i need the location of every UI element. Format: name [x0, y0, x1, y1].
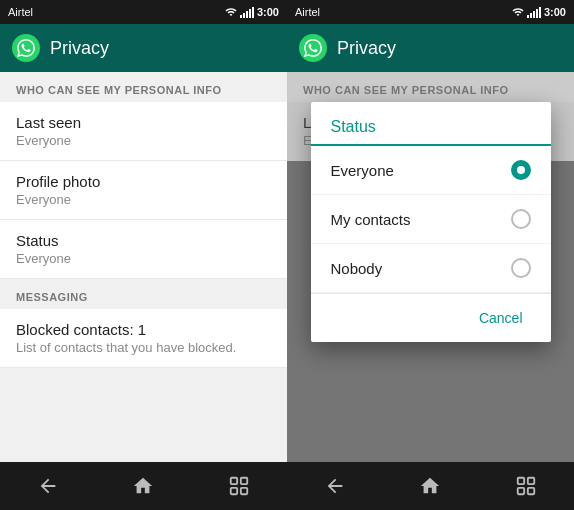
blocked-contacts-title: Blocked contacts: 1 [16, 321, 271, 338]
last-seen-item[interactable]: Last seen Everyone [0, 102, 287, 161]
right-recent-icon [515, 475, 537, 497]
right-back-icon [324, 475, 346, 497]
left-back-button[interactable] [30, 468, 66, 504]
recent-apps-icon [228, 475, 250, 497]
right-whatsapp-icon [304, 39, 322, 57]
left-content: WHO CAN SEE MY PERSONAL INFO Last seen E… [0, 72, 287, 462]
blocked-contacts-item[interactable]: Blocked contacts: 1 List of contacts tha… [0, 309, 287, 368]
option-my-contacts-label: My contacts [331, 211, 411, 228]
back-icon [37, 475, 59, 497]
left-app-bar: Privacy [0, 24, 287, 72]
dialog-title: Status [311, 102, 551, 146]
svg-rect-4 [518, 478, 524, 484]
whatsapp-logo [12, 34, 40, 62]
status-item[interactable]: Status Everyone [0, 220, 287, 279]
right-status-bar: Airtel 3:00 [287, 0, 574, 24]
left-status-bar: Airtel 3:00 [0, 0, 287, 24]
left-home-button[interactable] [125, 468, 161, 504]
svg-rect-3 [241, 488, 247, 494]
right-home-button[interactable] [412, 468, 448, 504]
option-my-contacts[interactable]: My contacts [311, 195, 551, 244]
left-nav-bar [0, 462, 287, 510]
wifi-icon [225, 6, 237, 18]
right-app-bar: Privacy [287, 24, 574, 72]
cancel-button[interactable]: Cancel [463, 302, 539, 334]
profile-photo-subtitle: Everyone [16, 192, 271, 207]
status-dialog: Status Everyone My contacts Nobody Cance… [311, 102, 551, 342]
svg-rect-2 [231, 488, 237, 494]
last-seen-title: Last seen [16, 114, 271, 131]
right-home-icon [419, 475, 441, 497]
right-nav-bar [287, 462, 574, 510]
section-messaging: MESSAGING [0, 279, 287, 309]
radio-nobody [511, 258, 531, 278]
right-content: WHO CAN SEE MY PERSONAL INFO Last seen E… [287, 72, 574, 462]
profile-photo-title: Profile photo [16, 173, 271, 190]
svg-rect-6 [518, 488, 524, 494]
status-subtitle: Everyone [16, 251, 271, 266]
option-nobody-label: Nobody [331, 260, 383, 277]
section-personal-info: WHO CAN SEE MY PERSONAL INFO [0, 72, 287, 102]
left-status-icons: 3:00 [225, 6, 279, 18]
right-app-title: Privacy [337, 38, 396, 59]
right-time: 3:00 [544, 6, 566, 18]
right-back-button[interactable] [317, 468, 353, 504]
left-time: 3:00 [257, 6, 279, 18]
last-seen-subtitle: Everyone [16, 133, 271, 148]
right-panel: Airtel 3:00 Privacy WHO CAN SEE MY PERSO… [287, 0, 574, 510]
left-app-title: Privacy [50, 38, 109, 59]
signal-icon [240, 6, 254, 18]
left-carrier: Airtel [8, 6, 33, 18]
right-signal-icon [527, 6, 541, 18]
dialog-actions: Cancel [311, 293, 551, 342]
whatsapp-icon [17, 39, 35, 57]
svg-rect-5 [528, 478, 534, 484]
status-title: Status [16, 232, 271, 249]
right-recent-button[interactable] [508, 468, 544, 504]
option-everyone[interactable]: Everyone [311, 146, 551, 195]
right-carrier: Airtel [295, 6, 320, 18]
profile-photo-item[interactable]: Profile photo Everyone [0, 161, 287, 220]
option-nobody[interactable]: Nobody [311, 244, 551, 293]
right-whatsapp-logo [299, 34, 327, 62]
svg-rect-1 [241, 478, 247, 484]
option-everyone-label: Everyone [331, 162, 394, 179]
radio-my-contacts [511, 209, 531, 229]
svg-rect-7 [528, 488, 534, 494]
dialog-overlay: Status Everyone My contacts Nobody Cance… [287, 72, 574, 462]
right-status-icons: 3:00 [512, 6, 566, 18]
blocked-contacts-subtitle: List of contacts that you have blocked. [16, 340, 271, 355]
radio-everyone [511, 160, 531, 180]
right-wifi-icon [512, 6, 524, 18]
left-panel: Airtel 3:00 Privacy WHO CAN SEE MY PERSO… [0, 0, 287, 510]
svg-rect-0 [231, 478, 237, 484]
home-icon [132, 475, 154, 497]
left-recent-button[interactable] [221, 468, 257, 504]
